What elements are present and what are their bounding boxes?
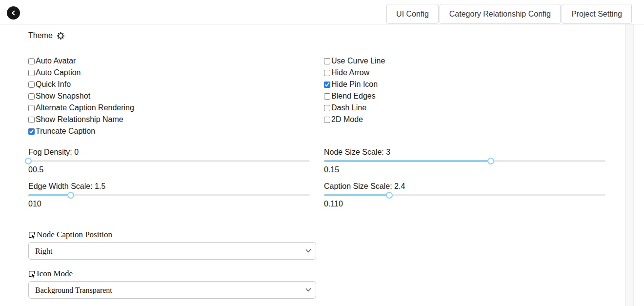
auto-caption-checkbox[interactable] (28, 70, 35, 76)
slider-min: 0.1 (324, 165, 335, 174)
checkbox-row-hide-pin-icon[interactable]: Hide Pin Icon (324, 79, 605, 90)
slider-grid: Fog Density: 0 00.5 Node Size Scale: 3 0… (28, 146, 644, 215)
use-curve-line-checkbox[interactable] (324, 58, 330, 64)
checkbox-row-blend-edges[interactable]: Blend Edges (324, 90, 605, 102)
icon-mode-label: Icon Mode (37, 269, 73, 279)
checkbox-row-auto-avatar[interactable]: Auto Avatar (28, 55, 310, 67)
fog-density-label: Fog Density: 0 (28, 146, 310, 158)
slider-max: 0.5 (33, 165, 43, 174)
theme-label: Theme (28, 31, 53, 40)
fog-density-slider-block: Fog Density: 0 00.5 (28, 146, 310, 176)
slider-thumb[interactable] (487, 158, 494, 164)
dropdown-section: Node Caption Position Right (28, 229, 644, 299)
checkbox-row-truncate-caption[interactable]: Truncate Caption (28, 125, 310, 137)
edge-width-scale-slider[interactable] (28, 192, 310, 198)
checkbox-label: 2D Mode (331, 115, 363, 124)
edge-width-scale-slider-block: Edge Width Scale: 1.5 010 (28, 181, 310, 210)
caption-size-scale-label: Caption Size Scale: 2.4 (324, 181, 605, 192)
chevron-left-icon (9, 9, 18, 17)
slider-max: 10 (334, 200, 343, 208)
checkbox-label: Alternate Caption Rendering (36, 103, 134, 112)
slider-minmax: 0.15 (324, 164, 605, 176)
checkbox-row-2d-mode[interactable]: 2D Mode (324, 114, 605, 125)
slider-fill (324, 160, 491, 162)
slider-thumb[interactable] (386, 192, 393, 199)
slider-minmax: 00.5 (28, 164, 310, 176)
tab-ui-config[interactable]: UI Config (386, 4, 439, 24)
select-cursor-icon (28, 231, 36, 239)
checkbox-row-show-snapshot[interactable]: Show Snapshot (28, 90, 310, 102)
slider-fill (324, 194, 389, 196)
caption-size-scale-slider[interactable] (324, 192, 605, 198)
checkbox-row-hide-arrow[interactable]: Hide Arrow (324, 67, 605, 79)
slider-thumb[interactable] (67, 192, 74, 199)
icon-mode-select[interactable]: Background Transparent (28, 281, 316, 299)
checkbox-label: Show Snapshot (36, 92, 90, 101)
edge-width-scale-label: Edge Width Scale: 1.5 (28, 181, 310, 192)
back-button[interactable] (7, 6, 20, 20)
checkbox-label: Dash Line (331, 103, 366, 112)
scrollbar-track[interactable] (625, 24, 634, 306)
checkbox-row-show-relationship-name[interactable]: Show Relationship Name (28, 114, 310, 125)
alternate-caption-rendering-checkbox[interactable] (28, 105, 35, 111)
slider-min: 0 (28, 165, 33, 174)
caption-size-scale-slider-block: Caption Size Scale: 2.4 0.110 (324, 181, 605, 210)
node-caption-position-label: Node Caption Position (37, 230, 112, 240)
slider-fill (28, 194, 71, 196)
checkbox-label: Hide Arrow (331, 68, 369, 77)
checkbox-label: Truncate Caption (36, 127, 95, 136)
slider-track[interactable] (324, 194, 605, 196)
checkbox-row-use-curve-line[interactable]: Use Curve Line (324, 55, 605, 67)
checkbox-label: Use Curve Line (331, 57, 385, 65)
gear-icon[interactable] (57, 32, 65, 40)
auto-avatar-checkbox[interactable] (28, 58, 35, 64)
tab-project-setting[interactable]: Project Setting (562, 4, 632, 24)
fog-density-slider[interactable] (28, 158, 310, 164)
checkbox-column-right: Use Curve Line Hide Arrow Hide Pin Icon … (324, 55, 605, 137)
node-size-scale-label: Node Size Scale: 3 (324, 146, 605, 158)
slider-max: 10 (33, 200, 41, 208)
checkbox-label: Auto Caption (36, 68, 81, 77)
checkbox-label: Hide Pin Icon (331, 80, 378, 89)
slider-thumb[interactable] (25, 158, 32, 164)
checkbox-row-dash-line[interactable]: Dash Line (324, 102, 605, 114)
dash-line-checkbox[interactable] (324, 105, 330, 111)
quick-info-checkbox[interactable] (28, 82, 35, 88)
checkbox-row-alternate-caption-rendering[interactable]: Alternate Caption Rendering (28, 102, 310, 114)
blend-edges-checkbox[interactable] (324, 93, 330, 100)
slider-max: 5 (335, 165, 339, 174)
node-caption-position-block: Node Caption Position Right (28, 229, 644, 260)
slider-min: 0 (28, 200, 33, 208)
icon-mode-block: Icon Mode Background Transparent (28, 268, 644, 299)
icon-mode-label-row: Icon Mode (28, 268, 644, 280)
2d-mode-checkbox[interactable] (324, 117, 330, 123)
checkbox-row-auto-caption[interactable]: Auto Caption (28, 67, 310, 79)
show-snapshot-checkbox[interactable] (28, 93, 35, 100)
slider-min: 0.1 (324, 200, 334, 208)
slider-track[interactable] (28, 194, 310, 196)
checkbox-grid: Auto Avatar Auto Caption Quick Info Show… (28, 55, 644, 137)
slider-track[interactable] (324, 160, 605, 162)
slider-track[interactable] (28, 160, 310, 162)
truncate-caption-checkbox[interactable] (28, 128, 35, 135)
header: UI Config Category Relationship Config P… (0, 0, 644, 24)
node-caption-position-select-wrap: Right (28, 242, 316, 260)
select-cursor-icon (28, 270, 36, 278)
node-caption-position-select[interactable]: Right (28, 242, 316, 260)
ui-config-panel: Theme Auto Avatar Auto Caption (0, 24, 644, 299)
icon-mode-select-wrap: Background Transparent (28, 281, 316, 299)
checkbox-column-left: Auto Avatar Auto Caption Quick Info Show… (28, 55, 310, 137)
node-caption-position-label-row: Node Caption Position (28, 229, 644, 241)
slider-minmax: 0.110 (324, 198, 605, 210)
checkbox-label: Auto Avatar (36, 57, 76, 65)
checkbox-row-quick-info[interactable]: Quick Info (28, 79, 310, 90)
node-size-scale-slider[interactable] (324, 158, 605, 164)
show-relationship-name-checkbox[interactable] (28, 117, 35, 123)
hide-arrow-checkbox[interactable] (324, 70, 330, 76)
hide-pin-icon-checkbox[interactable] (324, 82, 330, 88)
checkbox-label: Quick Info (36, 80, 71, 89)
tab-category-relationship-config[interactable]: Category Relationship Config (440, 4, 561, 24)
checkbox-label: Blend Edges (331, 92, 376, 101)
slider-minmax: 010 (28, 198, 310, 210)
tab-bar: UI Config Category Relationship Config P… (386, 4, 632, 24)
